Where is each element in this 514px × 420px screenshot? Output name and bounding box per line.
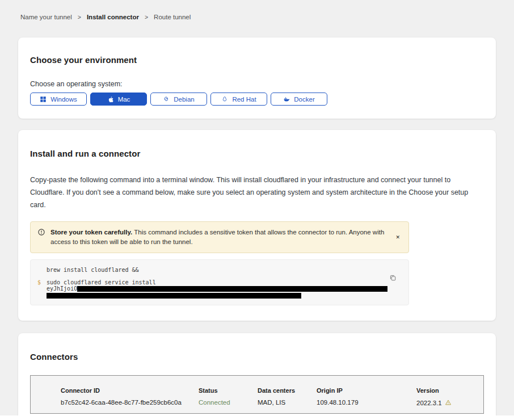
copy-icon[interactable] (389, 274, 397, 282)
breadcrumb: Name your tunnel > Install connector > R… (0, 0, 514, 20)
connectors-card: Connectors Connector ID Status Data cent… (18, 333, 496, 420)
windows-icon (40, 96, 47, 103)
redacted-token-bar (47, 293, 301, 299)
col-header-version: Version (416, 387, 478, 394)
os-button-group: Windows Mac Debian Red Hat Docker (30, 93, 484, 106)
redhat-icon (221, 96, 228, 103)
redacted-token-bar (77, 286, 387, 292)
col-header-data-centers: Data centers (258, 387, 317, 394)
environment-card: Choose your environment Choose an operat… (18, 37, 496, 119)
os-button-label: Debian (174, 96, 194, 103)
os-button-label: Red Hat (232, 96, 256, 103)
os-button-mac[interactable]: Mac (90, 93, 147, 106)
debian-icon (163, 96, 170, 103)
os-button-label: Windows (50, 96, 77, 103)
status-badge: Connected (199, 399, 258, 407)
connector-id-value: b7c52c42-6caa-48ee-8c77-fbe259cb6c0a (61, 399, 199, 407)
install-command-codeblock: brew install cloudflared && $ sudo cloud… (30, 259, 409, 305)
os-button-docker[interactable]: Docker (271, 93, 327, 106)
token-warning-text: Store your token carefully.This command … (50, 228, 388, 247)
apple-icon (107, 96, 114, 103)
data-centers-value: MAD, LIS (258, 399, 317, 407)
connectors-card-title: Connectors (30, 352, 484, 362)
breadcrumb-step-route-tunnel[interactable]: Route tunnel (154, 14, 191, 20)
os-button-windows[interactable]: Windows (30, 93, 87, 106)
code-line-sudo: sudo cloudflared service install (47, 279, 387, 285)
breadcrumb-step-install-connector[interactable]: Install connector (87, 14, 139, 20)
os-select-label: Choose an operating system: (30, 80, 484, 88)
breadcrumb-separator: > (78, 14, 81, 20)
docker-icon (283, 96, 290, 103)
shell-prompt: $ (37, 279, 47, 299)
breadcrumb-separator: > (145, 14, 148, 20)
token-warning-title: Store your token carefully. (50, 229, 132, 236)
os-button-label: Docker (294, 96, 314, 103)
bottom-strip (0, 415, 514, 420)
connectors-table: Connector ID Status Data centers Origin … (30, 375, 484, 414)
warning-triangle-icon (445, 399, 452, 407)
code-line-token: eyJhIjoiO (47, 285, 387, 292)
os-button-debian[interactable]: Debian (150, 93, 207, 106)
col-header-connector-id: Connector ID (61, 387, 199, 394)
breadcrumb-step-name-tunnel[interactable]: Name your tunnel (20, 14, 72, 20)
code-indent (37, 267, 47, 273)
install-connector-card: Install and run a connector Copy-paste t… (18, 130, 496, 321)
code-line-brew: brew install cloudflared && (47, 267, 139, 273)
version-value: 2022.3.1 (416, 399, 478, 407)
token-warning-banner: Store your token carefully.This command … (30, 221, 409, 253)
install-description: Copy-paste the following command into a … (30, 174, 482, 211)
col-header-status: Status (199, 387, 258, 394)
col-header-origin-ip: Origin IP (317, 387, 416, 394)
close-icon[interactable]: ✕ (394, 233, 401, 241)
install-card-title: Install and run a connector (30, 149, 484, 158)
environment-card-title: Choose your environment (30, 55, 484, 65)
origin-ip-value: 109.48.10.179 (317, 399, 416, 407)
os-button-label: Mac (118, 96, 130, 103)
info-icon (37, 228, 45, 247)
os-button-redhat[interactable]: Red Hat (210, 93, 267, 106)
